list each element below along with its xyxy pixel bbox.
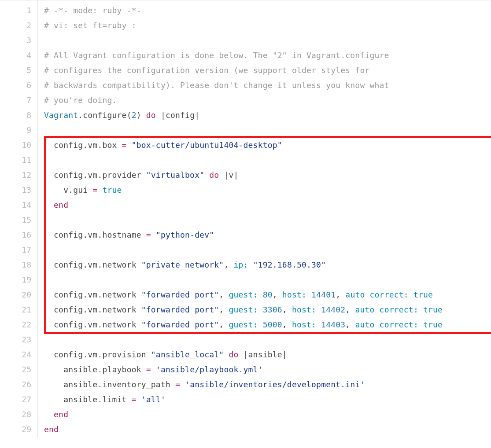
token: 14402 <box>321 305 345 314</box>
token: 80 <box>263 290 273 299</box>
token: , <box>219 290 229 299</box>
token: configure( <box>83 110 131 120</box>
code-source[interactable]: # -*- mode: ruby -*-# vi: set ft=ruby :#… <box>38 0 491 437</box>
line-number: 11 <box>0 153 31 168</box>
token: auto_correct: <box>345 290 408 299</box>
token: = <box>122 140 127 150</box>
token: 2 <box>132 110 137 120</box>
token: true <box>413 290 433 299</box>
token: config.vm.network <box>44 260 141 269</box>
token: config.vm.network <box>44 320 141 329</box>
token: "forwarded_port" <box>141 290 219 299</box>
token: . <box>78 110 83 120</box>
code-line: config.vm.network "forwarded_port", gues… <box>38 302 491 317</box>
line-number: 4 <box>0 48 31 63</box>
line-number: 29 <box>0 422 31 437</box>
line-number: 25 <box>0 362 31 377</box>
token: = <box>146 365 151 374</box>
token: |ansible| <box>239 350 287 359</box>
token <box>127 140 132 150</box>
token: do <box>229 350 238 359</box>
token: 'all' <box>141 395 166 404</box>
token: # configures the configuration version (… <box>44 66 369 75</box>
line-number: 18 <box>0 257 31 272</box>
line-number: 8 <box>0 108 31 123</box>
token: # -*- mode: ruby -*- <box>44 6 141 15</box>
code-line: config.vm.network "private_network", ip:… <box>38 257 491 272</box>
token <box>316 320 321 329</box>
token: config.vm.hostname <box>44 230 146 239</box>
token: , <box>219 305 229 314</box>
code-line: # you're doing. <box>38 93 491 108</box>
token: ip: <box>233 260 248 269</box>
code-line: # configures the configuration version (… <box>38 63 491 78</box>
line-number: 22 <box>0 317 31 332</box>
token <box>44 200 54 209</box>
line-number: 14 <box>0 198 31 213</box>
token: # vi: set ft=ruby : <box>44 21 137 30</box>
code-line: end <box>38 407 491 422</box>
token <box>151 365 156 374</box>
token: , <box>345 305 355 314</box>
token: , <box>345 320 355 329</box>
line-number: 15 <box>0 213 31 228</box>
line-number: 20 <box>0 287 31 302</box>
code-line: config.vm.box = "box-cutter/ubuntu1404-d… <box>38 138 491 153</box>
line-number-gutter: 1234567891011121314151617181920212223242… <box>0 0 38 437</box>
token: = <box>146 230 151 239</box>
code-line <box>38 332 491 347</box>
line-number: 3 <box>0 33 31 48</box>
token: 'ansible/playbook.yml' <box>156 365 263 374</box>
line-number: 17 <box>0 242 31 257</box>
code-line: ansible.limit = 'all' <box>38 392 491 407</box>
token: true <box>102 185 122 195</box>
code-line: # -*- mode: ruby -*- <box>38 3 491 18</box>
token: "192.168.50.30" <box>253 260 326 269</box>
code-line: end <box>38 422 491 437</box>
token: host: <box>292 320 316 329</box>
line-number: 21 <box>0 302 31 317</box>
token: 14403 <box>321 320 345 329</box>
code-line: ansible.inventory_path = 'ansible/invent… <box>38 377 491 392</box>
token: = <box>175 380 180 389</box>
token: "virtualbox" <box>146 170 204 180</box>
token: "python-dev" <box>156 230 214 239</box>
token <box>418 305 423 314</box>
token <box>151 230 156 239</box>
token: ansible.playbook <box>44 365 146 374</box>
token: "forwarded_port" <box>141 305 219 314</box>
line-number: 7 <box>0 93 31 108</box>
token: config.vm.network <box>44 290 141 299</box>
line-number: 16 <box>0 228 31 242</box>
token: do <box>209 170 219 180</box>
token: 'ansible/inventories/development.ini' <box>185 380 365 389</box>
code-line: # vi: set ft=ruby : <box>38 18 491 33</box>
token: |config| <box>156 110 199 120</box>
token: = <box>92 185 97 195</box>
token: |v| <box>219 170 238 180</box>
line-number: 10 <box>0 138 31 153</box>
token <box>316 305 321 314</box>
token: , <box>282 320 292 329</box>
token: , <box>336 290 345 299</box>
line-number: 13 <box>0 183 31 198</box>
token: auto_correct: <box>355 320 418 329</box>
token: end <box>44 425 59 434</box>
token <box>258 320 263 329</box>
token: true <box>423 305 443 314</box>
token: host: <box>292 305 316 314</box>
line-number: 27 <box>0 392 31 407</box>
token <box>204 170 209 180</box>
code-line: config.vm.provision "ansible_local" do |… <box>38 347 491 362</box>
token <box>137 395 141 404</box>
token <box>248 260 253 269</box>
code-viewer: 1234567891011121314151617181920212223242… <box>0 0 491 437</box>
code-line <box>38 272 491 287</box>
token: guest: <box>229 305 258 314</box>
token: , <box>282 305 292 314</box>
token: Vagrant <box>44 110 78 120</box>
line-number: 28 <box>0 407 31 422</box>
code-line: v.gui = true <box>38 183 491 198</box>
code-line: config.vm.network "forwarded_port", gues… <box>38 287 491 302</box>
code-line: config.vm.hostname = "python-dev" <box>38 228 491 242</box>
